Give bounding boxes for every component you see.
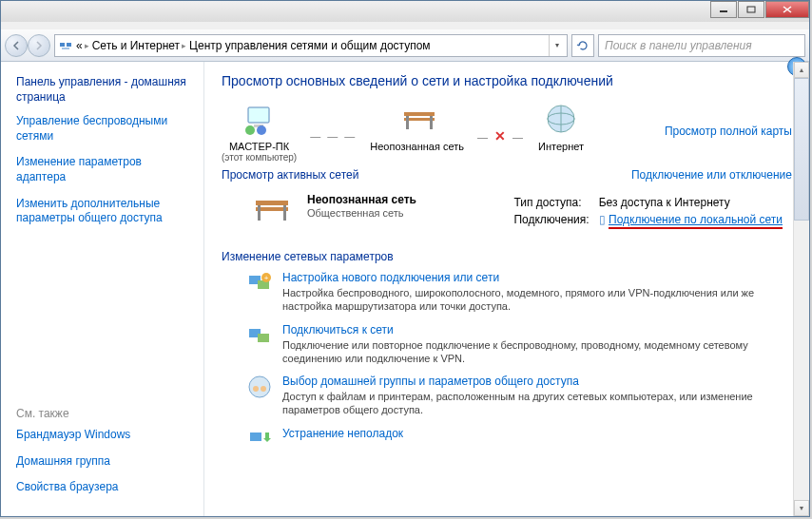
access-type-label: Тип доступа: (513, 195, 596, 210)
full-map-link[interactable]: Просмотр полной карты (665, 125, 792, 138)
breadcrumb-network[interactable]: Сеть и Интернет (92, 39, 180, 52)
svg-rect-18 (256, 201, 288, 205)
connections-label: Подключения: (513, 212, 596, 227)
menubar-spacer (1, 22, 809, 29)
svg-point-28 (249, 376, 270, 397)
task-connect-network[interactable]: Подключиться к сети (282, 323, 394, 336)
homegroup-icon (246, 375, 273, 399)
scroll-up-button[interactable]: ▲ (794, 62, 809, 78)
chevron-right-icon: ▸ (182, 41, 186, 50)
task-troubleshoot[interactable]: Устранение неполадок (282, 427, 403, 440)
bench-icon (398, 100, 436, 138)
node-computer-label: МАСТЕР-ПК (222, 141, 297, 152)
sidebar-link-sharing[interactable]: Изменить дополнительные параметры общего… (16, 197, 194, 226)
connect-network-icon (246, 323, 273, 348)
svg-rect-5 (67, 43, 71, 47)
sidebar-link-firewall[interactable]: Брандмауэр Windows (16, 428, 194, 443)
svg-point-30 (261, 386, 266, 392)
svg-rect-20 (258, 205, 261, 221)
sidebar-link-adapter[interactable]: Изменение параметров адаптера (16, 155, 194, 184)
maximize-button[interactable] (738, 1, 764, 18)
minimize-button[interactable] (710, 1, 737, 18)
globe-icon (542, 100, 580, 138)
page-title: Просмотр основных сведений о сети и наст… (222, 73, 792, 88)
change-settings-header: Изменение сетевых параметров (222, 250, 792, 263)
search-input[interactable]: Поиск в панели управления (598, 34, 805, 57)
connect-disconnect-link[interactable]: Подключение или отключение (631, 168, 792, 182)
bench-icon (250, 193, 294, 227)
active-network-name: Неопознанная сеть (307, 193, 498, 206)
nav-forward-button[interactable] (28, 34, 50, 57)
active-networks-header: Просмотр активных сетей (222, 168, 358, 182)
svg-rect-21 (283, 205, 286, 221)
search-placeholder: Поиск в панели управления (605, 39, 752, 52)
titlebar (1, 1, 809, 22)
address-dropdown[interactable]: ▾ (549, 35, 564, 56)
access-type-value: Без доступа к Интернету (599, 195, 790, 210)
sidebar: Панель управления - домашняя страница Уп… (1, 62, 204, 516)
svg-rect-7 (248, 107, 269, 123)
svg-rect-4 (60, 43, 65, 47)
breadcrumb-sharing-center[interactable]: Центр управления сетями и общим доступом (189, 39, 431, 52)
chevron-right-icon: ▸ (85, 41, 89, 50)
breadcrumb-root[interactable]: « (76, 39, 83, 52)
svg-point-9 (245, 125, 255, 135)
svg-point-10 (257, 125, 266, 135)
sidebar-link-wireless[interactable]: Управление беспроводными сетями (16, 114, 194, 144)
connector-broken-icon: — ✕ — (477, 128, 525, 144)
vertical-scrollbar[interactable]: ▲ ▼ (793, 62, 809, 516)
task-homegroup[interactable]: Выбор домашней группы и параметров общег… (282, 375, 579, 388)
refresh-button[interactable] (571, 34, 594, 57)
control-panel-window: «▸ Сеть и Интернет▸ Центр управления сет… (0, 0, 810, 517)
network-center-icon (58, 38, 73, 53)
task-connect-network-desc: Подключение или повторное подключение к … (282, 338, 758, 366)
address-bar[interactable]: «▸ Сеть и Интернет▸ Центр управления сет… (54, 34, 568, 57)
connector-icon: — — — (310, 130, 357, 142)
scroll-thumb[interactable] (794, 78, 809, 221)
task-new-connection-desc: Настройка беспроводного, широкополосного… (282, 286, 758, 314)
svg-rect-19 (256, 207, 288, 211)
node-internet-label: Интернет (538, 141, 584, 152)
local-connection-link[interactable]: Подключение по локальной сети (609, 213, 783, 229)
new-connection-icon: + (246, 271, 273, 296)
toolbar: «▸ Сеть и Интернет▸ Центр управления сет… (1, 29, 809, 62)
svg-rect-13 (406, 116, 409, 129)
close-button[interactable] (765, 1, 809, 18)
svg-rect-27 (258, 334, 269, 342)
node-unknown-label: Неопознанная сеть (370, 141, 464, 152)
see-also-label: См. также (16, 407, 194, 420)
scroll-down-button[interactable]: ▼ (794, 500, 809, 516)
troubleshoot-icon (246, 427, 273, 452)
computer-icon (241, 100, 279, 138)
sidebar-link-homegroup[interactable]: Домашняя группа (16, 454, 194, 470)
svg-rect-1 (747, 7, 755, 12)
svg-text:+: + (264, 274, 269, 282)
sidebar-link-browser[interactable]: Свойства браузера (16, 480, 194, 495)
svg-rect-31 (250, 432, 261, 441)
ethernet-icon: ▯ (599, 213, 606, 226)
network-map: МАСТЕР-ПК (этот компьютер) — — — Неопозн… (222, 100, 584, 163)
svg-point-29 (253, 386, 259, 392)
main-content: Просмотр основных сведений о сети и наст… (204, 62, 809, 516)
nav-back-button[interactable] (5, 34, 28, 57)
task-new-connection[interactable]: Настройка нового подключения или сети (282, 271, 499, 284)
svg-rect-11 (404, 112, 435, 116)
active-network-type: Общественная сеть (307, 207, 404, 219)
node-computer-sub: (этот компьютер) (222, 152, 297, 163)
sidebar-home-link[interactable]: Панель управления - домашняя страница (16, 75, 194, 105)
task-homegroup-desc: Доступ к файлам и принтерам, расположенн… (282, 390, 758, 417)
svg-rect-14 (430, 116, 433, 129)
